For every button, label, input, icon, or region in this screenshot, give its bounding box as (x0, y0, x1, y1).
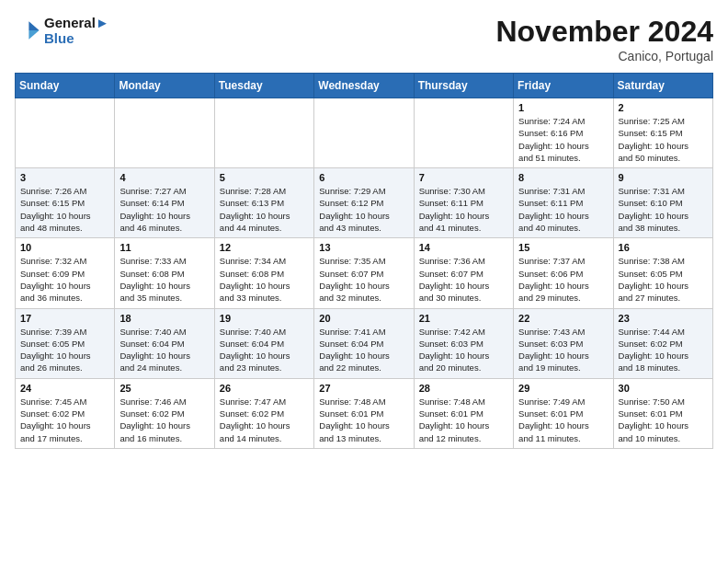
day-info: Sunrise: 7:34 AM Sunset: 6:08 PM Dayligh… (220, 255, 309, 304)
day-number: 16 (619, 242, 708, 253)
calendar-week-row: 17Sunrise: 7:39 AM Sunset: 6:05 PM Dayli… (16, 308, 713, 378)
calendar-day-cell: 2Sunrise: 7:25 AM Sunset: 6:15 PM Daylig… (613, 98, 712, 168)
location: Canico, Portugal (495, 49, 713, 63)
calendar-day-cell (16, 98, 115, 168)
day-number: 26 (220, 383, 309, 394)
calendar-day-cell: 14Sunrise: 7:36 AM Sunset: 6:07 PM Dayli… (414, 238, 513, 308)
calendar-week-row: 3Sunrise: 7:26 AM Sunset: 6:15 PM Daylig… (16, 168, 713, 238)
day-info: Sunrise: 7:31 AM Sunset: 6:11 PM Dayligh… (518, 185, 608, 234)
day-number: 7 (419, 172, 508, 183)
day-info: Sunrise: 7:35 AM Sunset: 6:07 PM Dayligh… (319, 255, 408, 304)
calendar-day-cell: 19Sunrise: 7:40 AM Sunset: 6:04 PM Dayli… (214, 308, 313, 378)
day-info: Sunrise: 7:38 AM Sunset: 6:05 PM Dayligh… (619, 255, 708, 304)
calendar-day-cell: 29Sunrise: 7:49 AM Sunset: 6:01 PM Dayli… (514, 378, 613, 448)
calendar-day-cell: 11Sunrise: 7:33 AM Sunset: 6:08 PM Dayli… (115, 238, 214, 308)
calendar-day-cell: 24Sunrise: 7:45 AM Sunset: 6:02 PM Dayli… (16, 378, 115, 448)
day-info: Sunrise: 7:29 AM Sunset: 6:12 PM Dayligh… (319, 185, 408, 234)
logo: General► Blue (15, 15, 109, 46)
day-info: Sunrise: 7:47 AM Sunset: 6:02 PM Dayligh… (220, 396, 309, 444)
day-number: 25 (119, 383, 209, 394)
calendar-day-cell (414, 98, 513, 168)
calendar-day-cell: 26Sunrise: 7:47 AM Sunset: 6:02 PM Dayli… (214, 378, 313, 448)
day-info: Sunrise: 7:40 AM Sunset: 6:04 PM Dayligh… (220, 326, 309, 374)
calendar-day-cell: 23Sunrise: 7:44 AM Sunset: 6:02 PM Dayli… (613, 308, 712, 378)
day-info: Sunrise: 7:50 AM Sunset: 6:01 PM Dayligh… (619, 396, 708, 444)
day-of-week-header: Thursday (414, 74, 513, 98)
day-number: 5 (220, 172, 309, 183)
calendar-day-cell: 25Sunrise: 7:46 AM Sunset: 6:02 PM Dayli… (115, 378, 214, 448)
day-info: Sunrise: 7:30 AM Sunset: 6:11 PM Dayligh… (419, 185, 508, 234)
day-number: 12 (220, 242, 309, 253)
day-of-week-header: Wednesday (314, 74, 414, 98)
day-number: 21 (419, 313, 508, 324)
day-number: 29 (518, 383, 608, 394)
calendar-day-cell: 9Sunrise: 7:31 AM Sunset: 6:10 PM Daylig… (613, 168, 712, 238)
day-info: Sunrise: 7:49 AM Sunset: 6:01 PM Dayligh… (518, 396, 608, 444)
day-info: Sunrise: 7:40 AM Sunset: 6:04 PM Dayligh… (119, 326, 209, 374)
day-number: 24 (20, 383, 109, 394)
calendar-day-cell (115, 98, 214, 168)
day-number: 30 (619, 383, 708, 394)
day-number: 28 (419, 383, 508, 394)
calendar-week-row: 10Sunrise: 7:32 AM Sunset: 6:09 PM Dayli… (16, 238, 713, 308)
day-number: 6 (319, 172, 408, 183)
calendar-day-cell: 5Sunrise: 7:28 AM Sunset: 6:13 PM Daylig… (214, 168, 313, 238)
calendar-day-cell: 30Sunrise: 7:50 AM Sunset: 6:01 PM Dayli… (613, 378, 712, 448)
calendar-day-cell: 3Sunrise: 7:26 AM Sunset: 6:15 PM Daylig… (16, 168, 115, 238)
day-number: 15 (518, 242, 608, 253)
calendar-day-cell: 13Sunrise: 7:35 AM Sunset: 6:07 PM Dayli… (314, 238, 414, 308)
day-number: 23 (619, 313, 708, 324)
calendar-day-cell: 1Sunrise: 7:24 AM Sunset: 6:16 PM Daylig… (514, 98, 613, 168)
day-info: Sunrise: 7:48 AM Sunset: 6:01 PM Dayligh… (419, 396, 508, 444)
day-info: Sunrise: 7:33 AM Sunset: 6:08 PM Dayligh… (119, 255, 209, 304)
calendar-week-row: 1Sunrise: 7:24 AM Sunset: 6:16 PM Daylig… (16, 98, 713, 168)
day-number: 3 (20, 172, 109, 183)
day-number: 9 (619, 172, 708, 183)
logo-text: General► Blue (44, 15, 109, 46)
day-info: Sunrise: 7:41 AM Sunset: 6:04 PM Dayligh… (319, 326, 408, 374)
day-info: Sunrise: 7:46 AM Sunset: 6:02 PM Dayligh… (119, 396, 209, 444)
day-number: 19 (220, 313, 309, 324)
day-info: Sunrise: 7:32 AM Sunset: 6:09 PM Dayligh… (20, 255, 109, 304)
day-number: 27 (319, 383, 408, 394)
day-info: Sunrise: 7:43 AM Sunset: 6:03 PM Dayligh… (518, 326, 608, 374)
calendar-day-cell: 20Sunrise: 7:41 AM Sunset: 6:04 PM Dayli… (314, 308, 414, 378)
day-info: Sunrise: 7:39 AM Sunset: 6:05 PM Dayligh… (20, 326, 109, 374)
day-number: 17 (20, 313, 109, 324)
page-header: General► Blue November 2024 Canico, Port… (15, 15, 713, 63)
day-info: Sunrise: 7:28 AM Sunset: 6:13 PM Dayligh… (220, 185, 309, 234)
day-info: Sunrise: 7:26 AM Sunset: 6:15 PM Dayligh… (20, 185, 109, 234)
calendar-day-cell (214, 98, 313, 168)
calendar-header-row: SundayMondayTuesdayWednesdayThursdayFrid… (16, 74, 713, 98)
day-number: 4 (119, 172, 209, 183)
calendar-week-row: 24Sunrise: 7:45 AM Sunset: 6:02 PM Dayli… (16, 378, 713, 448)
calendar-day-cell (314, 98, 414, 168)
day-info: Sunrise: 7:31 AM Sunset: 6:10 PM Dayligh… (619, 185, 708, 234)
day-number: 22 (518, 313, 608, 324)
calendar-day-cell: 7Sunrise: 7:30 AM Sunset: 6:11 PM Daylig… (414, 168, 513, 238)
calendar-day-cell: 8Sunrise: 7:31 AM Sunset: 6:11 PM Daylig… (514, 168, 613, 238)
title-area: November 2024 Canico, Portugal (495, 15, 713, 63)
month-title: November 2024 (495, 15, 713, 49)
day-number: 2 (619, 102, 708, 113)
calendar: SundayMondayTuesdayWednesdayThursdayFrid… (15, 73, 713, 449)
day-info: Sunrise: 7:37 AM Sunset: 6:06 PM Dayligh… (518, 255, 608, 304)
calendar-day-cell: 4Sunrise: 7:27 AM Sunset: 6:14 PM Daylig… (115, 168, 214, 238)
day-number: 1 (518, 102, 608, 113)
day-info: Sunrise: 7:44 AM Sunset: 6:02 PM Dayligh… (619, 326, 708, 374)
day-of-week-header: Sunday (16, 74, 115, 98)
day-of-week-header: Friday (514, 74, 613, 98)
calendar-day-cell: 15Sunrise: 7:37 AM Sunset: 6:06 PM Dayli… (514, 238, 613, 308)
calendar-day-cell: 22Sunrise: 7:43 AM Sunset: 6:03 PM Dayli… (514, 308, 613, 378)
day-number: 11 (119, 242, 209, 253)
day-of-week-header: Monday (115, 74, 214, 98)
day-info: Sunrise: 7:42 AM Sunset: 6:03 PM Dayligh… (419, 326, 508, 374)
day-number: 20 (319, 313, 408, 324)
day-info: Sunrise: 7:27 AM Sunset: 6:14 PM Dayligh… (119, 185, 209, 234)
day-info: Sunrise: 7:25 AM Sunset: 6:15 PM Dayligh… (619, 115, 708, 164)
calendar-day-cell: 12Sunrise: 7:34 AM Sunset: 6:08 PM Dayli… (214, 238, 313, 308)
day-number: 13 (319, 242, 408, 253)
day-number: 10 (20, 242, 109, 253)
day-number: 8 (518, 172, 608, 183)
calendar-day-cell: 27Sunrise: 7:48 AM Sunset: 6:01 PM Dayli… (314, 378, 414, 448)
